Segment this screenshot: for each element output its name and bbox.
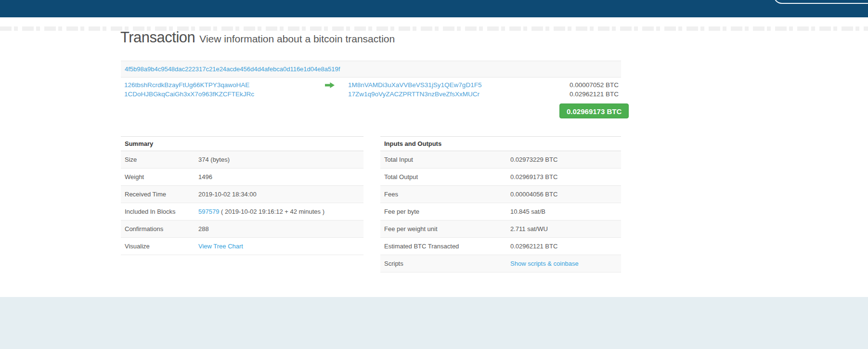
search-input[interactable] [774, 0, 868, 4]
output-amounts: 0.00007052 BTC 0.02962121 BTC [520, 80, 619, 99]
row-label: Weight [125, 173, 198, 181]
table-row: Total Input 0.02973229 BTC [380, 151, 621, 168]
table-row: Total Output 0.02969173 BTC [380, 168, 621, 186]
output-address-link[interactable]: 1M8nVAMDi3uXaVVBeVS31jSy1QEw7gD1F5 [348, 80, 481, 90]
table-row: Fee per byte 10.845 sat/B [380, 203, 621, 220]
table-row: Scripts Show scripts & coinbase [380, 255, 621, 272]
row-label: Size [125, 156, 198, 163]
summary-table-header: Summary [121, 137, 363, 151]
block-height-link[interactable]: 597579 [198, 208, 219, 215]
inputs-outputs-table-header: Inputs and Outputs [380, 137, 621, 151]
block-time-text: ( 2019-10-02 19:16:12 + 42 minutes ) [219, 208, 324, 215]
row-value: 0.02962121 BTC [510, 243, 617, 250]
page-subtitle: View information about a bitcoin transac… [199, 33, 395, 44]
row-value: View Tree Chart [198, 243, 360, 250]
output-address-link[interactable]: 17Zw1q9oVyZACZPRTTN3nzBveZfsXxMUCr [348, 90, 481, 99]
row-value: 597579 ( 2019-10-02 19:16:12 + 42 minute… [198, 208, 360, 215]
row-value: 288 [198, 225, 360, 233]
row-value: 2.711 sat/WU [510, 225, 617, 233]
row-value: 1496 [198, 173, 360, 181]
output-amount: 0.00007052 BTC [520, 80, 619, 90]
total-output-badge[interactable]: 0.02969173 BTC [559, 103, 629, 118]
input-address-link[interactable]: 126tbshRcrdkBzayFtUg66KTPY3qawoHAE [124, 80, 254, 90]
table-row: Confirmations 288 [121, 220, 363, 238]
row-value: 10.845 sat/B [510, 208, 617, 215]
table-row: Fees 0.00004056 BTC [380, 186, 621, 203]
table-row: Fee per weight unit 2.711 sat/WU [380, 220, 621, 238]
row-value: 374 (bytes) [198, 156, 360, 163]
show-scripts-link[interactable]: Show scripts & coinbase [510, 260, 579, 267]
row-label: Confirmations [125, 225, 198, 233]
page-footer: COMPANY ABOUT PRESS TEAM BLOG SUPPORT HE… [0, 297, 868, 349]
page-heading: TransactionView information about a bitc… [120, 29, 395, 46]
output-amount: 0.02962121 BTC [520, 90, 619, 99]
row-label: Visualize [125, 243, 198, 250]
row-value: 0.02973229 BTC [510, 156, 617, 163]
row-value: Show scripts & coinbase [510, 260, 617, 267]
row-label: Fees [384, 191, 510, 198]
row-label: Received Time [125, 191, 198, 198]
table-row: Size 374 (bytes) [121, 151, 363, 168]
transaction-hash-link[interactable]: 4f5b98a9b4c9548dac222317c21e24acde456d4d… [125, 65, 340, 73]
inputs-outputs-table: Inputs and Outputs Total Input 0.0297322… [380, 136, 621, 272]
summary-table: Summary Size 374 (bytes) Weight 1496 Rec… [121, 136, 363, 255]
row-value: 0.02969173 BTC [510, 173, 617, 181]
page-title: Transaction [120, 29, 195, 46]
view-tree-chart-link[interactable]: View Tree Chart [198, 243, 243, 250]
table-row: Estimated BTC Transacted 0.02962121 BTC [380, 238, 621, 255]
row-label: Fee per byte [384, 208, 510, 215]
output-addresses: 1M8nVAMDi3uXaVVBeVS31jSy1QEw7gD1F5 17Zw1… [348, 80, 481, 99]
table-row: Included In Blocks 597579 ( 2019-10-02 1… [121, 203, 363, 220]
transaction-hash-row: 4f5b98a9b4c9548dac222317c21e24acde456d4d… [121, 61, 621, 78]
input-address-link[interactable]: 1CDoHJBGkqCaiGh3xX7o963fKZCFTEkJRc [124, 90, 254, 99]
row-value: 2019-10-02 18:34:00 [198, 191, 360, 198]
row-label: Total Output [384, 173, 510, 181]
row-label: Included In Blocks [125, 208, 198, 215]
row-label: Total Input [384, 156, 510, 163]
row-label: Estimated BTC Transacted [384, 243, 510, 250]
right-arrow-icon [324, 82, 335, 89]
row-label: Scripts [384, 260, 510, 267]
row-label: Fee per weight unit [384, 225, 510, 233]
table-row: Received Time 2019-10-02 18:34:00 [121, 186, 363, 203]
top-navigation-bar [0, 0, 868, 17]
table-row: Visualize View Tree Chart [121, 238, 363, 255]
row-value: 0.00004056 BTC [510, 191, 617, 198]
table-row: Weight 1496 [121, 168, 363, 186]
input-addresses: 126tbshRcrdkBzayFtUg66KTPY3qawoHAE 1CDoH… [124, 80, 254, 99]
